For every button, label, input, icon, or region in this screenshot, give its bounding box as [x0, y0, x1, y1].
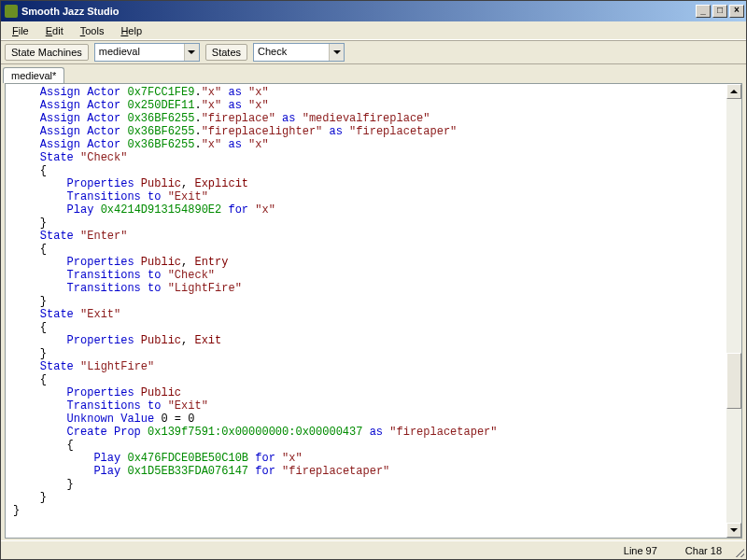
maximize-button[interactable]: □: [712, 5, 727, 18]
chevron-down-icon: [188, 50, 195, 54]
scroll-thumb[interactable]: [726, 353, 741, 409]
chevron-down-icon: [730, 528, 738, 532]
states-dropdown-button[interactable]: [329, 44, 344, 61]
toolbar: State Machines medieval States Check: [1, 40, 746, 64]
resize-grip[interactable]: [733, 546, 744, 557]
states-value: Check: [254, 44, 329, 61]
scroll-track[interactable]: [726, 99, 741, 523]
scroll-up-button[interactable]: [726, 84, 741, 99]
window-controls: _ □ ×: [696, 5, 744, 18]
state-machines-combo[interactable]: medieval: [94, 43, 200, 62]
menu-file[interactable]: File: [5, 23, 36, 38]
vertical-scrollbar[interactable]: [726, 84, 741, 538]
code-editor[interactable]: Assign Actor 0x7FCC1FE9."x" as "x" Assig…: [6, 84, 726, 538]
chevron-up-icon: [730, 90, 738, 93]
tab-strip: medieval*: [1, 64, 746, 83]
app-icon: [5, 5, 18, 18]
scroll-down-button[interactable]: [726, 523, 741, 538]
minimize-button[interactable]: _: [696, 5, 711, 18]
tab-medieval[interactable]: medieval*: [3, 67, 64, 83]
status-line: Line 97: [624, 545, 657, 556]
status-bar: Line 97 Char 18: [1, 540, 746, 559]
menu-bar: File Edit Tools Help: [1, 21, 746, 40]
state-machines-value: medieval: [95, 44, 184, 61]
close-button[interactable]: ×: [729, 5, 744, 18]
states-label: States: [205, 44, 247, 61]
menu-tools[interactable]: Tools: [73, 23, 112, 38]
menu-edit[interactable]: Edit: [38, 23, 71, 38]
chevron-down-icon: [333, 50, 341, 54]
state-machines-label: State Machines: [5, 44, 89, 61]
title-bar: Smooth Jazz Studio _ □ ×: [1, 1, 746, 21]
state-machines-dropdown-button[interactable]: [184, 44, 199, 61]
editor-area: Assign Actor 0x7FCC1FE9."x" as "x" Assig…: [5, 83, 742, 539]
menu-help[interactable]: Help: [113, 23, 149, 38]
window-title: Smooth Jazz Studio: [21, 6, 696, 17]
status-char: Char 18: [685, 545, 722, 556]
states-combo[interactable]: Check: [253, 43, 345, 62]
